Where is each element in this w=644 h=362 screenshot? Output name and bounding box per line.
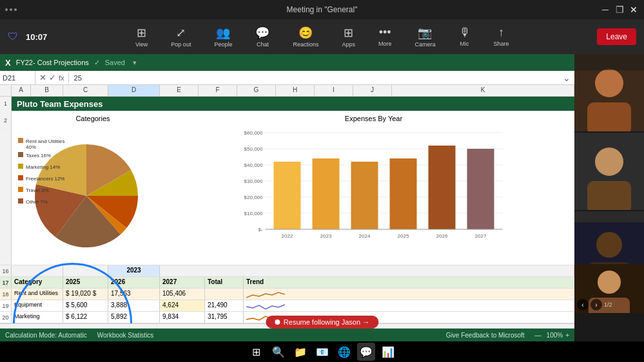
svg-rect-40 — [587, 181, 631, 210]
taskbar-search-button[interactable]: 🔍 — [269, 343, 288, 361]
column-headers: A B C D E F G H I J K — [0, 85, 574, 97]
svg-text:Marketing 14%: Marketing 14% — [26, 164, 60, 170]
popout-button[interactable]: ⤢ Pop out — [166, 23, 196, 50]
bar-2022 — [274, 162, 301, 229]
header-trend: Trend — [244, 277, 574, 288]
cell-rent-label[interactable]: Rent and Utilities — [12, 289, 63, 300]
camera-button[interactable]: 📷 Camera — [409, 23, 440, 50]
cell-equip-total[interactable]: 21,490 — [205, 300, 244, 311]
col-header-E[interactable]: E — [160, 85, 199, 96]
cell-mktg-total[interactable]: 31,795 — [205, 312, 244, 323]
col-header-D[interactable]: D — [108, 85, 160, 96]
row-num-2: 2 — [0, 111, 11, 130]
svg-text:Taxes 16%: Taxes 16% — [26, 153, 51, 158]
cell-equipment-label[interactable]: Equipment — [12, 300, 63, 311]
pie-chart-title: Categories — [15, 115, 170, 122]
cell-mktg-2025[interactable]: $ 6,122 — [63, 312, 108, 323]
cell-C16[interactable] — [63, 265, 108, 276]
cell-E16[interactable] — [160, 265, 574, 276]
cell-rent-2025[interactable]: $ 19,020 $ — [63, 289, 108, 300]
cell-rent-2027[interactable]: 105,406 — [160, 289, 205, 300]
data-table-area: 16 2023 17 Category 2025 2026 2027 Total… — [0, 265, 574, 323]
svg-point-35 — [595, 69, 623, 97]
title-bar-right: ─ ❐ ✕ — [600, 5, 639, 15]
bar-2026 — [429, 146, 456, 229]
reject-icon[interactable]: ✕ — [39, 73, 46, 82]
participant-1-thumb — [574, 54, 644, 131]
apps-button[interactable]: ⊞ Apps — [337, 23, 360, 50]
mic-button[interactable]: 🎙 Mic — [454, 23, 476, 50]
svg-text:2022: 2022 — [282, 233, 293, 239]
notification-bar[interactable]: Resume following Jason → — [266, 316, 378, 329]
cell-equip-trend[interactable] — [244, 300, 574, 311]
people-button[interactable]: 👥 People — [209, 23, 237, 50]
header-total: Total — [205, 277, 244, 288]
taskbar-windows-button[interactable]: ⊞ — [248, 343, 266, 361]
excel-title-bar: X FY22- Cost Projections ✓ Saved ▾ — [0, 54, 574, 71]
restore-button[interactable]: ❐ — [614, 5, 625, 15]
taskbar-mail-button[interactable]: 📧 — [313, 343, 331, 361]
view-button[interactable]: ⊞ View — [130, 23, 153, 50]
minimize-button[interactable]: ─ — [600, 5, 610, 15]
taskbar-teams-button[interactable]: 💬 — [357, 343, 375, 361]
cell-rent-trend[interactable] — [244, 289, 574, 300]
col-header-G[interactable]: G — [237, 85, 276, 96]
row-num-20: 20 — [0, 312, 12, 323]
cell-equip-2025[interactable]: $ 5,600 — [63, 300, 108, 311]
col-header-B[interactable]: B — [31, 85, 63, 96]
reactions-button[interactable]: 😊 Reactions — [288, 23, 324, 50]
chat-button[interactable]: 💬 Chat — [250, 23, 275, 50]
close-button[interactable]: ✕ — [629, 5, 639, 15]
zoom-slider-icon[interactable]: + — [565, 332, 569, 339]
col-header-F[interactable]: F — [199, 85, 237, 96]
cell-equip-2026[interactable]: 3,888 — [108, 300, 160, 311]
col-header-J[interactable]: J — [353, 85, 392, 96]
view-icon: ⊞ — [137, 26, 146, 40]
next-participant-button[interactable]: › — [590, 299, 602, 310]
cell-mktg-2027[interactable]: 9,834 — [160, 312, 205, 323]
svg-rect-37 — [574, 54, 644, 70]
share-button[interactable]: ↑ Share — [489, 23, 514, 50]
excel-filename: FY22- Cost Projections — [16, 59, 89, 66]
cell-reference[interactable]: D21 — [0, 71, 35, 84]
feedback-link[interactable]: Give Feedback to Microsoft — [446, 332, 525, 339]
leave-button[interactable]: Leave — [597, 28, 636, 45]
taskbar-excel-button[interactable]: 📊 — [379, 343, 397, 361]
col-header-K[interactable]: K — [392, 85, 574, 96]
excel-dropdown-icon[interactable]: ▾ — [133, 59, 137, 67]
taskbar-explorer-button[interactable]: 📁 — [291, 343, 309, 361]
cell-B16[interactable] — [12, 265, 63, 276]
accept-icon[interactable]: ✓ — [49, 73, 56, 82]
svg-text:$60,000: $60,000 — [244, 130, 263, 136]
cell-marketing-label[interactable]: Marketing — [12, 312, 63, 323]
mic-label: Mic — [460, 41, 469, 47]
bar-2027 — [467, 149, 494, 229]
more-button[interactable]: ••• More — [373, 23, 397, 50]
workbook-stats[interactable]: Workbook Statistics — [97, 332, 154, 339]
cell-mktg-2026[interactable]: 5,892 — [108, 312, 160, 323]
svg-text:2027: 2027 — [475, 233, 487, 239]
cell-rent-2026[interactable]: 17,563 — [108, 289, 160, 300]
taskbar-browser-button[interactable]: 🌐 — [335, 343, 353, 361]
svg-text:2026: 2026 — [436, 233, 448, 239]
window-dots — [5, 8, 17, 11]
col-header-A[interactable]: A — [12, 85, 31, 96]
function-icon[interactable]: fx — [59, 74, 64, 82]
prev-participant-button[interactable]: ‹ — [577, 299, 589, 310]
zoom-level[interactable]: 100% — [547, 332, 563, 339]
apps-icon: ⊞ — [344, 26, 353, 40]
cell-rent-total[interactable] — [205, 289, 244, 300]
camera-label: Camera — [415, 41, 435, 48]
pie-chart-svg: Rent and Utilities 40% Taxes 16% Marketi… — [15, 125, 170, 254]
col-header-I[interactable]: I — [315, 85, 353, 96]
col-header-C[interactable]: C — [63, 85, 108, 96]
col-header-H[interactable]: H — [276, 85, 315, 96]
cell-equip-2027[interactable]: 4,624 — [160, 300, 205, 311]
formula-expand-icon[interactable]: ⌄ — [559, 73, 574, 83]
title-bar: Meeting in "General" ─ ❐ ✕ — [0, 0, 644, 19]
cell-D16-year[interactable]: 2023 — [108, 265, 160, 276]
svg-text:2023: 2023 — [320, 233, 332, 239]
formula-bar: D21 ✕ ✓ fx 25 ⌄ — [0, 71, 574, 85]
bar-chart-svg: $60,000 $50,000 $40,000 $30,000 $20,000 … — [177, 125, 571, 251]
svg-point-42 — [596, 232, 622, 258]
